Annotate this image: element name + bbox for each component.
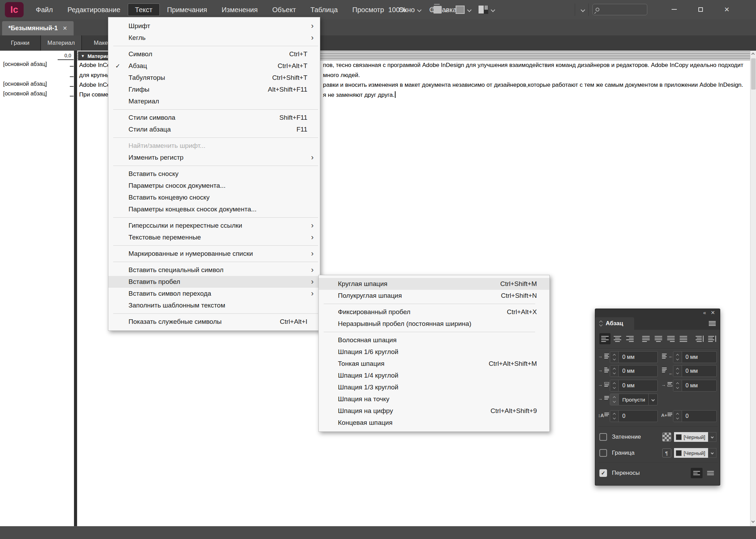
search-input[interactable] [601,7,640,13]
justify-last-left-button[interactable] [640,333,651,344]
view-tab[interactable]: Материал [41,35,82,51]
align-toward-spine-button[interactable] [694,333,705,344]
border-paragraph-icon[interactable]: ¶ [662,448,671,457]
paragraph-composer-button[interactable] [691,468,703,478]
scroll-down-icon[interactable] [751,520,755,523]
menu-item[interactable]: ✓ Абзац Ctrl+Alt+T › [108,60,320,72]
stroke-settings-button[interactable] [433,6,448,14]
align-left-button[interactable] [599,333,610,344]
menubar-item[interactable]: Редактирование [60,3,127,16]
menubar-item[interactable]: Изменения [214,3,265,16]
panel-menu-icon[interactable] [709,321,716,327]
submenu-item[interactable]: ✓ Полукруглая шпация Ctrl+Shift+N [319,290,549,302]
drop-cap-lines-field[interactable]: 0 [610,410,658,422]
cycle-panel-icon[interactable] [599,320,603,327]
tab-paragraph[interactable]: Абзац [595,317,634,330]
menu-item[interactable]: ✓ Шрифт › [108,20,320,32]
submenu-item[interactable]: ✓ Неразрывный пробел (постоянная ширина) [319,318,549,330]
menu-item[interactable]: ✓ › [108,107,320,112]
stepper-icons[interactable] [673,352,682,363]
menu-item[interactable]: ✓ Найти/заменить шрифт... › [108,140,320,152]
space-between-dropdown[interactable]: Пропусти [610,394,658,405]
stepper-icons[interactable] [610,365,619,377]
menu-item[interactable]: ✓ Глифы Alt+Shift+F11 › [108,84,320,95]
chevron-down-icon[interactable] [491,8,495,12]
submenu-item[interactable]: ✓ [319,302,549,306]
close-button[interactable]: ✕ [719,3,735,16]
space-after-field[interactable]: 0 мм [673,380,717,391]
menu-item[interactable]: ✓ Вставить специальный символ › [108,264,320,276]
menubar-item[interactable]: Таблица [303,3,345,16]
document-tab[interactable]: *Безымянный-1 ✕ [2,21,74,35]
justify-all-button[interactable] [678,333,689,344]
right-indent-field[interactable]: 0 мм [673,351,717,363]
menu-item[interactable]: ✓ Изменить регистр › [108,152,320,163]
vertical-scrollbar[interactable] [750,51,756,526]
submenu-item[interactable]: ✓ Шпация на точку [319,393,549,405]
first-line-indent-field[interactable]: 0 мм [610,365,658,377]
justify-last-center-button[interactable] [653,333,664,344]
menubar-item[interactable]: Текст [128,3,160,16]
space-before-field[interactable]: 0 мм [610,380,658,391]
stepper-icons[interactable] [610,411,619,422]
shading-swatch-grid-icon[interactable] [662,432,671,441]
menubar-item[interactable]: Файл [28,3,60,16]
menu-item[interactable]: ✓ Вставить сноску › [108,168,320,180]
chevron-down-icon[interactable] [444,8,449,12]
menu-item[interactable]: ✓ › [108,135,320,140]
submenu-item[interactable]: ✓ Шпация 1/6 круглой [319,346,549,358]
stepper-icons[interactable] [610,394,619,405]
menu-item[interactable]: ✓ Кегль › [108,32,320,44]
menu-item[interactable]: ✓ Символ Ctrl+T › [108,48,320,60]
chevron-down-icon[interactable] [648,394,657,405]
menu-item[interactable]: ✓ › [108,215,320,220]
collapse-triangle-icon[interactable]: ▼ [81,54,85,58]
menu-item[interactable]: ✓ Параметры концевых сносок документа...… [108,203,320,215]
submenu-item[interactable]: ✓ Круглая шпация Ctrl+Shift+M [319,278,549,290]
menu-item[interactable]: ✓ Текстовые переменные › [108,231,320,243]
view-tab[interactable]: Гранки [0,35,41,51]
menu-item[interactable]: ✓ Стили абзаца F11 › [108,124,320,135]
menu-item[interactable]: ✓ Маркированные и нумерованные списки › [108,248,320,260]
zoom-control[interactable]: 100% [388,3,421,16]
menu-item[interactable]: ✓ Показать служебные символы Ctrl+Alt+I … [108,316,320,328]
chevron-down-icon[interactable] [708,448,716,458]
menu-item[interactable]: ✓ Стили символа Shift+F11 › [108,112,320,124]
menubar-item[interactable]: Объект [265,3,303,16]
menu-item[interactable]: ✓ Гиперссылки и перекрестные ссылки › [108,220,320,231]
border-checkbox[interactable] [599,449,607,457]
chevron-down-icon[interactable] [708,432,716,442]
menu-item[interactable]: ✓ Вставить символ перехода › [108,288,320,300]
stepper-icons[interactable] [610,352,619,363]
menu-item[interactable]: ✓ Вставить пробел › [108,276,320,288]
search-box[interactable] [592,4,647,15]
menu-item[interactable]: ✓ › [108,311,320,316]
layout-view-button[interactable] [479,6,495,14]
frame-view-button[interactable] [456,6,471,14]
collapse-panel-icon[interactable]: « [703,310,706,315]
menu-item[interactable]: ✓ › [108,163,320,168]
minimize-button[interactable] [666,3,682,16]
shading-checkbox[interactable] [599,433,607,441]
single-line-composer-button[interactable] [705,468,716,478]
submenu-item[interactable]: ✓ Фиксированный пробел Ctrl+Alt+X [319,306,549,318]
menu-item[interactable]: ✓ Табуляторы Ctrl+Shift+T › [108,72,320,84]
menubar-item[interactable]: Просмотр [345,3,391,16]
menu-item[interactable]: ✓ Параметры сносок документа... › [108,180,320,192]
stepper-icons[interactable] [610,380,619,391]
submenu-item[interactable]: ✓ [319,330,549,334]
menu-item[interactable]: ✓ Вставить концевую сноску › [108,192,320,203]
left-indent-field[interactable]: 0 мм [610,351,658,363]
maximize-button[interactable] [692,3,708,16]
stepper-icons[interactable] [673,411,682,422]
shading-color-combo[interactable]: [Черный] [674,432,708,442]
menu-item[interactable]: ✓ Заполнить шаблонным текстом › [108,300,320,311]
submenu-item[interactable]: ✓ Тонкая шпация Ctrl+Alt+Shift+M [319,358,549,370]
menu-item[interactable]: ✓ › [108,243,320,248]
scrollbar-thumb[interactable] [751,58,756,90]
drop-cap-chars-field[interactable]: 0 [673,410,717,422]
close-tab-icon[interactable]: ✕ [63,25,67,32]
stepper-icons[interactable] [673,365,682,377]
chevron-down-icon[interactable] [467,8,472,12]
align-right-button[interactable] [624,333,635,344]
